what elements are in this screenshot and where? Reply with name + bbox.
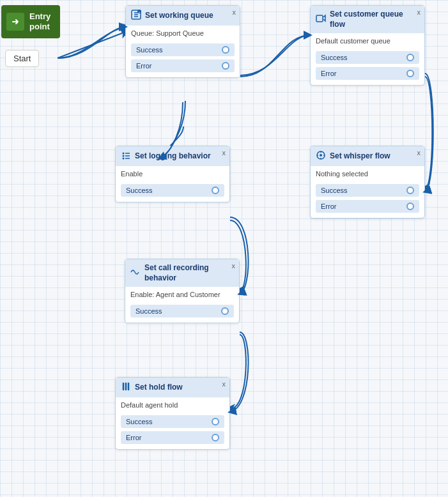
svg-rect-7 — [316, 15, 323, 22]
set-hold-outputs: Success Error — [116, 413, 229, 449]
success-dot[interactable] — [406, 187, 414, 194]
output-success: Success — [130, 305, 234, 317]
output-error: Error — [316, 67, 419, 80]
set-working-queue-body: Queue: Support Queue — [126, 26, 240, 41]
error-dot[interactable] — [212, 434, 219, 441]
output-error: Error — [131, 59, 235, 72]
svg-point-12 — [123, 158, 125, 160]
flow-canvas: Entry point Start + Set working queue x … — [0, 0, 448, 497]
set-working-queue-title: Set working queue — [145, 11, 235, 21]
set-hold-body: Default agent hold — [116, 397, 229, 413]
set-call-recording-icon — [130, 267, 141, 279]
success-dot[interactable] — [221, 307, 229, 315]
success-label: Success — [126, 187, 153, 194]
set-whisper-title: Set whisper flow — [330, 151, 419, 162]
set-customer-queue-body: Default customer queue — [311, 33, 424, 49]
error-label: Error — [321, 70, 336, 77]
set-call-recording-header: Set call recording behavior x — [125, 259, 239, 287]
set-whisper-outputs: Success Error — [311, 181, 424, 218]
success-label: Success — [321, 54, 348, 61]
start-label: Start — [13, 54, 31, 63]
set-call-recording-card: Set call recording behavior x Enable: Ag… — [125, 259, 240, 323]
error-dot[interactable] — [222, 62, 229, 70]
output-success: Success — [131, 43, 235, 56]
entry-point-block: Entry point — [1, 5, 60, 38]
output-error: Error — [121, 431, 224, 444]
success-label: Success — [126, 418, 153, 425]
entry-point-icon — [6, 13, 24, 31]
entry-point-label: Entry point — [29, 11, 55, 31]
svg-point-8 — [123, 153, 125, 155]
svg-point-15 — [320, 154, 322, 157]
set-customer-queue-close[interactable]: x — [417, 8, 421, 16]
set-customer-queue-outputs: Success Error — [311, 49, 424, 85]
success-label: Success — [135, 307, 162, 315]
set-call-recording-outputs: Success — [125, 302, 239, 323]
set-logging-icon — [121, 150, 131, 162]
set-customer-queue-card: Set customer queue flow x Default custom… — [310, 5, 425, 86]
success-dot[interactable] — [222, 46, 229, 54]
output-success: Success — [316, 51, 419, 64]
set-whisper-header: Set whisper flow x — [311, 146, 424, 166]
set-customer-queue-header: Set customer queue flow x — [311, 6, 424, 33]
set-whisper-card: Set whisper flow x Nothing selected Succ… — [310, 146, 425, 218]
set-working-queue-header: + Set working queue x — [126, 6, 240, 26]
set-logging-header: Set logging behavior x — [116, 146, 229, 166]
success-label: Success — [321, 187, 348, 194]
set-customer-queue-title: Set customer queue flow — [330, 10, 419, 29]
success-dot[interactable] — [212, 418, 219, 425]
output-success: Success — [121, 415, 224, 428]
set-working-queue-close[interactable]: x — [233, 8, 236, 16]
success-dot[interactable] — [212, 187, 219, 194]
set-hold-close[interactable]: x — [222, 380, 226, 388]
success-dot[interactable] — [406, 54, 414, 61]
set-call-recording-close[interactable]: x — [232, 262, 236, 270]
set-working-queue-outputs: Success Error — [126, 41, 240, 77]
set-logging-title: Set logging behavior — [135, 151, 224, 162]
error-dot[interactable] — [406, 203, 414, 210]
set-logging-close[interactable]: x — [222, 149, 226, 157]
set-logging-card: Set logging behavior x Enable Success — [115, 146, 230, 203]
error-dot[interactable] — [406, 70, 414, 77]
set-whisper-icon — [316, 150, 326, 162]
set-customer-queue-icon — [316, 13, 326, 26]
set-call-recording-title: Set call recording behavior — [144, 263, 234, 283]
set-whisper-close[interactable]: x — [417, 149, 421, 157]
error-label: Error — [136, 62, 151, 70]
set-hold-title: Set hold flow — [135, 383, 224, 393]
set-hold-header: Set hold flow x — [116, 378, 229, 397]
start-node: Start — [5, 50, 39, 67]
output-success: Success — [121, 184, 224, 197]
output-error: Error — [316, 200, 419, 213]
error-label: Error — [321, 203, 336, 210]
set-working-queue-card: + Set working queue x Queue: Support Que… — [125, 5, 240, 78]
set-hold-card: Set hold flow x Default agent hold Succe… — [115, 377, 230, 450]
set-whisper-body: Nothing selected — [311, 166, 424, 181]
svg-point-10 — [123, 155, 125, 157]
set-logging-body: Enable — [116, 166, 229, 181]
set-call-recording-body: Enable: Agent and Customer — [125, 287, 239, 302]
set-hold-icon — [121, 381, 131, 394]
set-working-queue-icon: + — [131, 10, 141, 22]
set-logging-outputs: Success — [116, 181, 229, 202]
output-success: Success — [316, 184, 419, 197]
error-label: Error — [126, 434, 141, 441]
success-label: Success — [136, 46, 163, 54]
